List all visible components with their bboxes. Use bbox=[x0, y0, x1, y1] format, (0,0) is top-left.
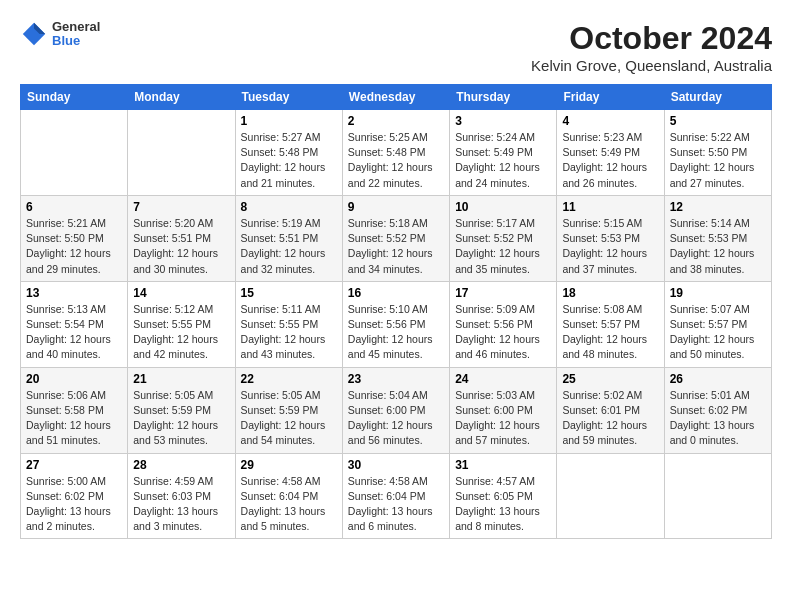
calendar-subtitle: Kelvin Grove, Queensland, Australia bbox=[531, 57, 772, 74]
day-number: 9 bbox=[348, 200, 444, 214]
day-number: 27 bbox=[26, 458, 122, 472]
day-cell bbox=[664, 453, 771, 539]
day-cell: 16Sunrise: 5:10 AM Sunset: 5:56 PM Dayli… bbox=[342, 281, 449, 367]
day-number: 17 bbox=[455, 286, 551, 300]
day-cell: 19Sunrise: 5:07 AM Sunset: 5:57 PM Dayli… bbox=[664, 281, 771, 367]
day-cell: 25Sunrise: 5:02 AM Sunset: 6:01 PM Dayli… bbox=[557, 367, 664, 453]
day-cell: 1Sunrise: 5:27 AM Sunset: 5:48 PM Daylig… bbox=[235, 110, 342, 196]
day-number: 25 bbox=[562, 372, 658, 386]
day-info: Sunrise: 5:21 AM Sunset: 5:50 PM Dayligh… bbox=[26, 216, 122, 277]
day-info: Sunrise: 5:13 AM Sunset: 5:54 PM Dayligh… bbox=[26, 302, 122, 363]
day-info: Sunrise: 5:05 AM Sunset: 5:59 PM Dayligh… bbox=[241, 388, 337, 449]
day-number: 16 bbox=[348, 286, 444, 300]
header-cell-monday: Monday bbox=[128, 85, 235, 110]
title-block: October 2024 Kelvin Grove, Queensland, A… bbox=[531, 20, 772, 74]
day-cell: 17Sunrise: 5:09 AM Sunset: 5:56 PM Dayli… bbox=[450, 281, 557, 367]
day-cell: 10Sunrise: 5:17 AM Sunset: 5:52 PM Dayli… bbox=[450, 195, 557, 281]
day-cell: 4Sunrise: 5:23 AM Sunset: 5:49 PM Daylig… bbox=[557, 110, 664, 196]
day-number: 7 bbox=[133, 200, 229, 214]
day-cell: 11Sunrise: 5:15 AM Sunset: 5:53 PM Dayli… bbox=[557, 195, 664, 281]
day-cell bbox=[557, 453, 664, 539]
day-info: Sunrise: 5:09 AM Sunset: 5:56 PM Dayligh… bbox=[455, 302, 551, 363]
day-info: Sunrise: 5:15 AM Sunset: 5:53 PM Dayligh… bbox=[562, 216, 658, 277]
day-info: Sunrise: 5:19 AM Sunset: 5:51 PM Dayligh… bbox=[241, 216, 337, 277]
day-number: 13 bbox=[26, 286, 122, 300]
header-cell-tuesday: Tuesday bbox=[235, 85, 342, 110]
day-number: 28 bbox=[133, 458, 229, 472]
day-cell: 26Sunrise: 5:01 AM Sunset: 6:02 PM Dayli… bbox=[664, 367, 771, 453]
logo-blue: Blue bbox=[52, 34, 100, 48]
day-cell: 6Sunrise: 5:21 AM Sunset: 5:50 PM Daylig… bbox=[21, 195, 128, 281]
day-cell: 3Sunrise: 5:24 AM Sunset: 5:49 PM Daylig… bbox=[450, 110, 557, 196]
day-number: 14 bbox=[133, 286, 229, 300]
day-cell: 29Sunrise: 4:58 AM Sunset: 6:04 PM Dayli… bbox=[235, 453, 342, 539]
day-number: 18 bbox=[562, 286, 658, 300]
day-number: 3 bbox=[455, 114, 551, 128]
header-row: SundayMondayTuesdayWednesdayThursdayFrid… bbox=[21, 85, 772, 110]
calendar-body: 1Sunrise: 5:27 AM Sunset: 5:48 PM Daylig… bbox=[21, 110, 772, 539]
day-cell: 18Sunrise: 5:08 AM Sunset: 5:57 PM Dayli… bbox=[557, 281, 664, 367]
day-number: 8 bbox=[241, 200, 337, 214]
calendar-title: October 2024 bbox=[531, 20, 772, 57]
day-info: Sunrise: 5:25 AM Sunset: 5:48 PM Dayligh… bbox=[348, 130, 444, 191]
day-cell: 30Sunrise: 4:58 AM Sunset: 6:04 PM Dayli… bbox=[342, 453, 449, 539]
day-info: Sunrise: 5:11 AM Sunset: 5:55 PM Dayligh… bbox=[241, 302, 337, 363]
day-info: Sunrise: 5:07 AM Sunset: 5:57 PM Dayligh… bbox=[670, 302, 766, 363]
week-row-3: 13Sunrise: 5:13 AM Sunset: 5:54 PM Dayli… bbox=[21, 281, 772, 367]
day-info: Sunrise: 4:58 AM Sunset: 6:04 PM Dayligh… bbox=[348, 474, 444, 535]
week-row-2: 6Sunrise: 5:21 AM Sunset: 5:50 PM Daylig… bbox=[21, 195, 772, 281]
day-cell: 22Sunrise: 5:05 AM Sunset: 5:59 PM Dayli… bbox=[235, 367, 342, 453]
day-cell: 27Sunrise: 5:00 AM Sunset: 6:02 PM Dayli… bbox=[21, 453, 128, 539]
day-info: Sunrise: 5:04 AM Sunset: 6:00 PM Dayligh… bbox=[348, 388, 444, 449]
day-cell: 21Sunrise: 5:05 AM Sunset: 5:59 PM Dayli… bbox=[128, 367, 235, 453]
day-info: Sunrise: 4:57 AM Sunset: 6:05 PM Dayligh… bbox=[455, 474, 551, 535]
week-row-4: 20Sunrise: 5:06 AM Sunset: 5:58 PM Dayli… bbox=[21, 367, 772, 453]
day-cell: 28Sunrise: 4:59 AM Sunset: 6:03 PM Dayli… bbox=[128, 453, 235, 539]
day-number: 29 bbox=[241, 458, 337, 472]
day-info: Sunrise: 5:03 AM Sunset: 6:00 PM Dayligh… bbox=[455, 388, 551, 449]
day-cell: 8Sunrise: 5:19 AM Sunset: 5:51 PM Daylig… bbox=[235, 195, 342, 281]
header-cell-saturday: Saturday bbox=[664, 85, 771, 110]
day-info: Sunrise: 5:23 AM Sunset: 5:49 PM Dayligh… bbox=[562, 130, 658, 191]
day-info: Sunrise: 5:27 AM Sunset: 5:48 PM Dayligh… bbox=[241, 130, 337, 191]
day-number: 1 bbox=[241, 114, 337, 128]
day-number: 4 bbox=[562, 114, 658, 128]
day-number: 26 bbox=[670, 372, 766, 386]
day-info: Sunrise: 5:00 AM Sunset: 6:02 PM Dayligh… bbox=[26, 474, 122, 535]
day-number: 22 bbox=[241, 372, 337, 386]
day-info: Sunrise: 5:08 AM Sunset: 5:57 PM Dayligh… bbox=[562, 302, 658, 363]
day-cell: 13Sunrise: 5:13 AM Sunset: 5:54 PM Dayli… bbox=[21, 281, 128, 367]
logo-general: General bbox=[52, 20, 100, 34]
header-cell-wednesday: Wednesday bbox=[342, 85, 449, 110]
day-info: Sunrise: 5:12 AM Sunset: 5:55 PM Dayligh… bbox=[133, 302, 229, 363]
day-number: 24 bbox=[455, 372, 551, 386]
calendar-table: SundayMondayTuesdayWednesdayThursdayFrid… bbox=[20, 84, 772, 539]
header-cell-thursday: Thursday bbox=[450, 85, 557, 110]
day-info: Sunrise: 5:24 AM Sunset: 5:49 PM Dayligh… bbox=[455, 130, 551, 191]
day-number: 5 bbox=[670, 114, 766, 128]
day-cell: 9Sunrise: 5:18 AM Sunset: 5:52 PM Daylig… bbox=[342, 195, 449, 281]
day-cell: 31Sunrise: 4:57 AM Sunset: 6:05 PM Dayli… bbox=[450, 453, 557, 539]
day-number: 12 bbox=[670, 200, 766, 214]
day-cell: 12Sunrise: 5:14 AM Sunset: 5:53 PM Dayli… bbox=[664, 195, 771, 281]
logo: General Blue bbox=[20, 20, 100, 49]
logo-icon bbox=[20, 20, 48, 48]
day-cell bbox=[128, 110, 235, 196]
day-info: Sunrise: 5:22 AM Sunset: 5:50 PM Dayligh… bbox=[670, 130, 766, 191]
day-number: 6 bbox=[26, 200, 122, 214]
day-info: Sunrise: 5:02 AM Sunset: 6:01 PM Dayligh… bbox=[562, 388, 658, 449]
day-info: Sunrise: 4:58 AM Sunset: 6:04 PM Dayligh… bbox=[241, 474, 337, 535]
day-info: Sunrise: 4:59 AM Sunset: 6:03 PM Dayligh… bbox=[133, 474, 229, 535]
day-cell: 7Sunrise: 5:20 AM Sunset: 5:51 PM Daylig… bbox=[128, 195, 235, 281]
day-cell: 23Sunrise: 5:04 AM Sunset: 6:00 PM Dayli… bbox=[342, 367, 449, 453]
calendar-header: SundayMondayTuesdayWednesdayThursdayFrid… bbox=[21, 85, 772, 110]
day-info: Sunrise: 5:10 AM Sunset: 5:56 PM Dayligh… bbox=[348, 302, 444, 363]
day-cell: 2Sunrise: 5:25 AM Sunset: 5:48 PM Daylig… bbox=[342, 110, 449, 196]
day-info: Sunrise: 5:05 AM Sunset: 5:59 PM Dayligh… bbox=[133, 388, 229, 449]
day-info: Sunrise: 5:01 AM Sunset: 6:02 PM Dayligh… bbox=[670, 388, 766, 449]
day-number: 31 bbox=[455, 458, 551, 472]
day-number: 30 bbox=[348, 458, 444, 472]
day-cell bbox=[21, 110, 128, 196]
day-cell: 24Sunrise: 5:03 AM Sunset: 6:00 PM Dayli… bbox=[450, 367, 557, 453]
header-cell-friday: Friday bbox=[557, 85, 664, 110]
